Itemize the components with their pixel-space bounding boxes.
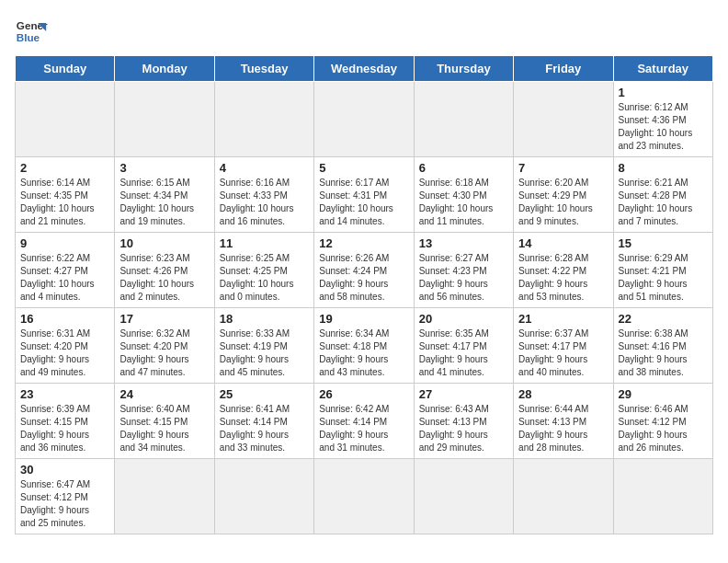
day-info: Sunrise: 6:34 AM Sunset: 4:18 PM Dayligh… — [319, 327, 408, 379]
day-info: Sunrise: 6:26 AM Sunset: 4:24 PM Dayligh… — [319, 252, 408, 304]
day-number: 12 — [319, 236, 408, 250]
day-info: Sunrise: 6:18 AM Sunset: 4:30 PM Dayligh… — [419, 177, 508, 228]
day-info: Sunrise: 6:44 AM Sunset: 4:13 PM Dayligh… — [518, 403, 608, 454]
day-info: Sunrise: 6:40 AM Sunset: 4:15 PM Dayligh… — [119, 403, 209, 454]
calendar-cell: 24Sunrise: 6:40 AM Sunset: 4:15 PM Dayli… — [115, 384, 214, 459]
day-number: 9 — [20, 236, 109, 250]
page-header: General Blue — [15, 15, 713, 48]
day-info: Sunrise: 6:43 AM Sunset: 4:13 PM Dayligh… — [419, 403, 508, 454]
day-of-week-header: Sunday — [16, 56, 115, 82]
calendar-cell: 17Sunrise: 6:32 AM Sunset: 4:20 PM Dayli… — [115, 308, 214, 384]
day-info: Sunrise: 6:29 AM Sunset: 4:21 PM Dayligh… — [619, 252, 708, 304]
day-number: 1 — [619, 86, 708, 99]
day-number: 21 — [518, 312, 608, 326]
day-number: 19 — [319, 312, 408, 326]
day-info: Sunrise: 6:25 AM Sunset: 4:25 PM Dayligh… — [220, 252, 309, 304]
calendar-cell: 21Sunrise: 6:37 AM Sunset: 4:17 PM Dayli… — [514, 308, 613, 384]
calendar-cell: 13Sunrise: 6:27 AM Sunset: 4:23 PM Dayli… — [414, 233, 513, 308]
day-info: Sunrise: 6:14 AM Sunset: 4:35 PM Dayligh… — [20, 177, 109, 228]
day-number: 20 — [419, 312, 508, 326]
day-info: Sunrise: 6:23 AM Sunset: 4:26 PM Dayligh… — [119, 252, 209, 304]
day-info: Sunrise: 6:16 AM Sunset: 4:33 PM Dayligh… — [220, 177, 309, 228]
calendar-cell: 7Sunrise: 6:20 AM Sunset: 4:29 PM Daylig… — [514, 157, 613, 233]
day-info: Sunrise: 6:35 AM Sunset: 4:17 PM Dayligh… — [419, 327, 508, 379]
calendar-cell: 5Sunrise: 6:17 AM Sunset: 4:31 PM Daylig… — [314, 157, 414, 233]
day-info: Sunrise: 6:28 AM Sunset: 4:22 PM Dayligh… — [518, 252, 608, 304]
calendar-cell: 8Sunrise: 6:21 AM Sunset: 4:28 PM Daylig… — [613, 157, 712, 233]
day-info: Sunrise: 6:41 AM Sunset: 4:14 PM Dayligh… — [220, 403, 309, 454]
day-info: Sunrise: 6:39 AM Sunset: 4:15 PM Dayligh… — [20, 403, 109, 454]
day-number: 13 — [419, 236, 508, 250]
day-of-week-header: Monday — [115, 56, 214, 82]
calendar-cell: 10Sunrise: 6:23 AM Sunset: 4:26 PM Dayli… — [115, 233, 214, 308]
day-number: 28 — [518, 387, 608, 401]
calendar-cell: 27Sunrise: 6:43 AM Sunset: 4:13 PM Dayli… — [414, 384, 513, 459]
day-number: 7 — [518, 161, 608, 175]
day-info: Sunrise: 6:15 AM Sunset: 4:34 PM Dayligh… — [119, 177, 209, 228]
day-info: Sunrise: 6:47 AM Sunset: 4:12 PM Dayligh… — [20, 478, 109, 530]
day-info: Sunrise: 6:38 AM Sunset: 4:16 PM Dayligh… — [619, 327, 708, 379]
calendar-cell: 4Sunrise: 6:16 AM Sunset: 4:33 PM Daylig… — [214, 157, 313, 233]
calendar-cell: 15Sunrise: 6:29 AM Sunset: 4:21 PM Dayli… — [613, 233, 712, 308]
calendar-cell: 23Sunrise: 6:39 AM Sunset: 4:15 PM Dayli… — [16, 384, 115, 459]
logo-icon: General Blue — [15, 15, 48, 48]
day-info: Sunrise: 6:46 AM Sunset: 4:12 PM Dayligh… — [619, 403, 708, 454]
day-number: 17 — [119, 312, 209, 326]
calendar-cell — [514, 459, 613, 534]
calendar-cell: 26Sunrise: 6:42 AM Sunset: 4:14 PM Dayli… — [314, 384, 414, 459]
calendar-cell — [115, 82, 214, 157]
day-number: 10 — [119, 236, 209, 250]
day-number: 22 — [619, 312, 708, 326]
calendar-cell: 3Sunrise: 6:15 AM Sunset: 4:34 PM Daylig… — [115, 157, 214, 233]
day-number: 30 — [20, 463, 109, 477]
day-number: 27 — [419, 387, 508, 401]
calendar-cell: 6Sunrise: 6:18 AM Sunset: 4:30 PM Daylig… — [414, 157, 513, 233]
calendar-cell: 28Sunrise: 6:44 AM Sunset: 4:13 PM Dayli… — [514, 384, 613, 459]
day-number: 16 — [20, 312, 109, 326]
day-number: 15 — [619, 236, 708, 250]
calendar-cell: 9Sunrise: 6:22 AM Sunset: 4:27 PM Daylig… — [16, 233, 115, 308]
day-info: Sunrise: 6:22 AM Sunset: 4:27 PM Dayligh… — [20, 252, 109, 304]
day-number: 24 — [119, 387, 209, 401]
calendar-cell — [613, 459, 712, 534]
day-of-week-header: Thursday — [414, 56, 513, 82]
calendar-cell: 18Sunrise: 6:33 AM Sunset: 4:19 PM Dayli… — [214, 308, 313, 384]
calendar-table: SundayMondayTuesdayWednesdayThursdayFrid… — [15, 55, 713, 534]
day-of-week-header: Wednesday — [314, 56, 414, 82]
day-of-week-header: Friday — [514, 56, 613, 82]
calendar-cell: 20Sunrise: 6:35 AM Sunset: 4:17 PM Dayli… — [414, 308, 513, 384]
calendar-cell — [214, 82, 313, 157]
day-number: 6 — [419, 161, 508, 175]
calendar-cell: 30Sunrise: 6:47 AM Sunset: 4:12 PM Dayli… — [16, 459, 115, 534]
day-number: 4 — [220, 161, 309, 175]
calendar-cell — [115, 459, 214, 534]
calendar-cell — [214, 459, 313, 534]
day-number: 23 — [20, 387, 109, 401]
calendar-cell: 16Sunrise: 6:31 AM Sunset: 4:20 PM Dayli… — [16, 308, 115, 384]
day-info: Sunrise: 6:33 AM Sunset: 4:19 PM Dayligh… — [220, 327, 309, 379]
calendar-cell — [16, 82, 115, 157]
day-number: 11 — [220, 236, 309, 250]
day-info: Sunrise: 6:12 AM Sunset: 4:36 PM Dayligh… — [619, 101, 708, 153]
calendar-cell: 2Sunrise: 6:14 AM Sunset: 4:35 PM Daylig… — [16, 157, 115, 233]
calendar-cell: 14Sunrise: 6:28 AM Sunset: 4:22 PM Dayli… — [514, 233, 613, 308]
calendar-cell: 11Sunrise: 6:25 AM Sunset: 4:25 PM Dayli… — [214, 233, 313, 308]
day-info: Sunrise: 6:42 AM Sunset: 4:14 PM Dayligh… — [319, 403, 408, 454]
calendar-cell: 19Sunrise: 6:34 AM Sunset: 4:18 PM Dayli… — [314, 308, 414, 384]
svg-text:Blue: Blue — [17, 31, 40, 43]
day-info: Sunrise: 6:17 AM Sunset: 4:31 PM Dayligh… — [319, 177, 408, 228]
day-of-week-header: Tuesday — [214, 56, 313, 82]
logo: General Blue — [15, 15, 48, 48]
day-of-week-header: Saturday — [613, 56, 712, 82]
day-number: 29 — [619, 387, 708, 401]
day-info: Sunrise: 6:21 AM Sunset: 4:28 PM Dayligh… — [619, 177, 708, 228]
calendar-cell: 29Sunrise: 6:46 AM Sunset: 4:12 PM Dayli… — [613, 384, 712, 459]
calendar-cell: 22Sunrise: 6:38 AM Sunset: 4:16 PM Dayli… — [613, 308, 712, 384]
day-info: Sunrise: 6:31 AM Sunset: 4:20 PM Dayligh… — [20, 327, 109, 379]
calendar-cell: 12Sunrise: 6:26 AM Sunset: 4:24 PM Dayli… — [314, 233, 414, 308]
calendar-cell — [414, 82, 513, 157]
day-info: Sunrise: 6:27 AM Sunset: 4:23 PM Dayligh… — [419, 252, 508, 304]
calendar-cell: 1Sunrise: 6:12 AM Sunset: 4:36 PM Daylig… — [613, 82, 712, 157]
calendar-cell — [514, 82, 613, 157]
calendar-cell — [414, 459, 513, 534]
